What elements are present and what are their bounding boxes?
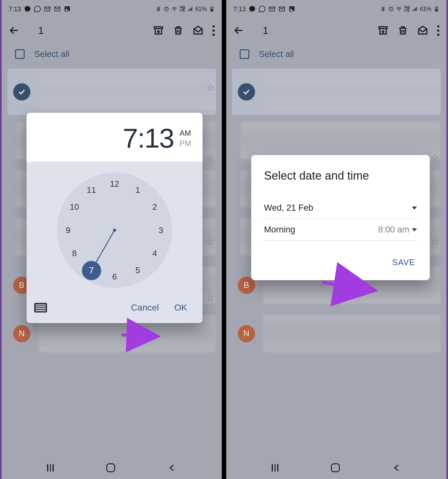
time-row[interactable]: Morning 8:00 am: [264, 219, 417, 241]
date-time-sheet: Select date and time Wed, 21 Feb Morning…: [251, 155, 430, 280]
sheet-title: Select date and time: [264, 169, 417, 183]
clock-number[interactable]: 11: [84, 183, 99, 197]
clock-number[interactable]: 5: [131, 263, 145, 278]
clock-number[interactable]: 8: [67, 246, 82, 261]
clock-number[interactable]: 4: [148, 246, 162, 261]
phone-screenshot-right: 7:13 Vo))LTE 61% 1: [226, 0, 446, 479]
clock-number[interactable]: 2: [148, 200, 162, 215]
clock-number[interactable]: 10: [67, 200, 82, 215]
clock-face[interactable]: 121234567891011: [57, 173, 172, 288]
clock-selected-number[interactable]: 7: [82, 261, 101, 280]
clock-number[interactable]: 12: [107, 176, 122, 191]
pm-toggle[interactable]: PM: [180, 139, 191, 148]
date-row[interactable]: Wed, 21 Feb: [264, 197, 417, 219]
period-time: 8:00 am: [378, 225, 409, 235]
ok-button[interactable]: OK: [167, 300, 195, 315]
chevron-down-icon: [412, 207, 417, 210]
clock-number[interactable]: 9: [61, 223, 76, 238]
am-toggle[interactable]: AM: [180, 129, 191, 138]
clock-number[interactable]: 1: [131, 183, 145, 197]
keyboard-input-icon[interactable]: [34, 303, 47, 313]
phone-screenshot-left: 7:13 Vo))LTE 61% 1: [2, 0, 222, 479]
period-label: Morning: [264, 225, 295, 235]
time-display: 7:13 AM PM: [27, 113, 203, 162]
save-button[interactable]: SAVE: [390, 254, 417, 271]
clock-number[interactable]: 6: [107, 269, 122, 284]
time-picker-dialog: 7:13 AM PM 121234567891011 Cancel OK: [27, 113, 203, 323]
time-minute[interactable]: 13: [144, 122, 174, 154]
cancel-button[interactable]: Cancel: [123, 300, 166, 315]
time-sep: :: [137, 122, 144, 154]
time-hour[interactable]: 7: [123, 122, 138, 154]
chevron-down-icon: [412, 228, 417, 231]
clock-number[interactable]: 3: [154, 223, 168, 238]
date-label: Wed, 21 Feb: [264, 203, 313, 213]
